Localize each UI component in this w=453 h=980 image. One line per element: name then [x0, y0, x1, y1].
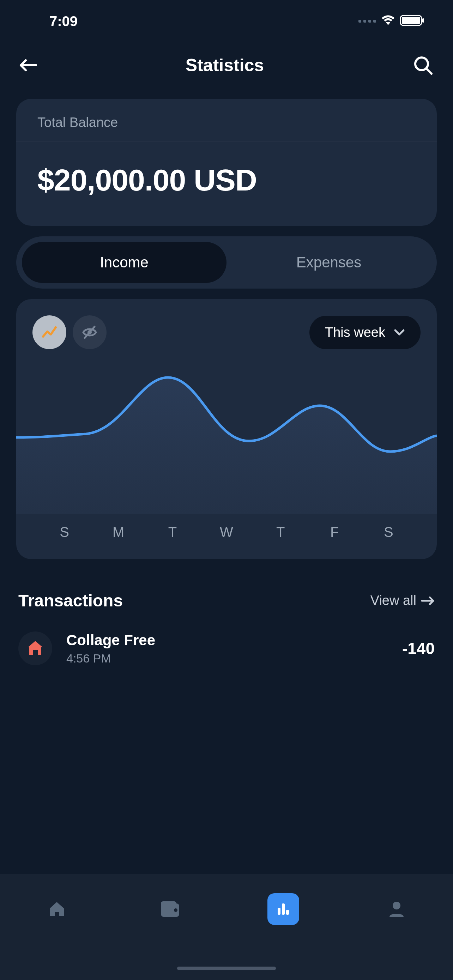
transaction-amount: -140: [402, 639, 435, 658]
svg-rect-10: [278, 908, 280, 915]
transaction-icon-wrapper: [18, 632, 52, 665]
line-chart: [16, 356, 437, 514]
chevron-down-icon: [394, 329, 405, 336]
chart-area: [16, 356, 437, 514]
svg-point-9: [174, 908, 178, 912]
nav-wallet[interactable]: [154, 893, 186, 925]
nav-home[interactable]: [41, 893, 73, 925]
balance-amount: $20,000.00 USD: [16, 142, 437, 226]
nav-profile[interactable]: [381, 893, 412, 925]
chart-card: This week S M T W T F S: [16, 299, 437, 559]
trend-line-icon: [41, 324, 58, 341]
page-title: Statistics: [186, 55, 264, 75]
chart-label: T: [254, 524, 308, 540]
chart-x-labels: S M T W T F S: [16, 514, 437, 559]
chart-controls: This week: [16, 299, 437, 356]
tab-expenses[interactable]: Expenses: [227, 242, 431, 283]
arrow-left-icon: [19, 59, 37, 72]
back-button[interactable]: [17, 55, 39, 76]
balance-card: Total Balance $20,000.00 USD: [16, 99, 437, 226]
wifi-icon: [381, 15, 395, 27]
home-icon: [47, 899, 67, 919]
app-header: Statistics: [0, 42, 453, 92]
user-icon: [387, 900, 406, 918]
transactions-header: Transactions View all: [0, 577, 453, 621]
search-button[interactable]: [411, 53, 436, 78]
home-icon: [26, 639, 45, 658]
period-selector[interactable]: This week: [309, 316, 421, 349]
chart-label: S: [362, 524, 416, 540]
status-icons: [358, 15, 425, 27]
nav-stats[interactable]: [267, 893, 299, 925]
bottom-nav: [0, 874, 453, 980]
chart-label: S: [37, 524, 91, 540]
arrow-right-icon: [421, 597, 435, 605]
svg-rect-11: [282, 904, 285, 915]
chart-visibility-toggle[interactable]: [73, 315, 106, 349]
search-icon: [413, 56, 433, 75]
cellular-dots-icon: [358, 20, 376, 22]
transaction-time: 4:56 PM: [66, 652, 402, 665]
income-expense-tabs: Income Expenses: [16, 236, 437, 289]
balance-label: Total Balance: [16, 99, 437, 142]
home-indicator: [177, 967, 276, 970]
chart-label: M: [91, 524, 145, 540]
chart-line-toggle[interactable]: [32, 315, 66, 349]
transaction-info: Collage Free 4:56 PM: [66, 632, 402, 665]
svg-rect-2: [422, 18, 424, 22]
tab-income[interactable]: Income: [22, 242, 227, 283]
chart-label: F: [308, 524, 362, 540]
transactions-title: Transactions: [18, 591, 123, 610]
transaction-row[interactable]: Collage Free 4:56 PM -140: [0, 621, 453, 676]
status-time: 7:09: [49, 13, 78, 29]
view-all-link[interactable]: View all: [370, 593, 435, 608]
view-all-label: View all: [370, 593, 416, 608]
chart-label: T: [145, 524, 199, 540]
status-bar: 7:09: [0, 0, 453, 42]
svg-rect-8: [161, 901, 176, 906]
transaction-name: Collage Free: [66, 632, 402, 649]
battery-icon: [400, 15, 425, 27]
period-label: This week: [325, 325, 385, 340]
wallet-icon: [159, 900, 181, 918]
svg-rect-1: [402, 17, 420, 24]
bar-chart-icon: [275, 901, 291, 917]
chart-label: W: [199, 524, 253, 540]
eye-off-icon: [81, 324, 98, 341]
svg-line-4: [426, 69, 431, 74]
svg-point-13: [393, 902, 401, 910]
svg-rect-12: [286, 910, 289, 915]
